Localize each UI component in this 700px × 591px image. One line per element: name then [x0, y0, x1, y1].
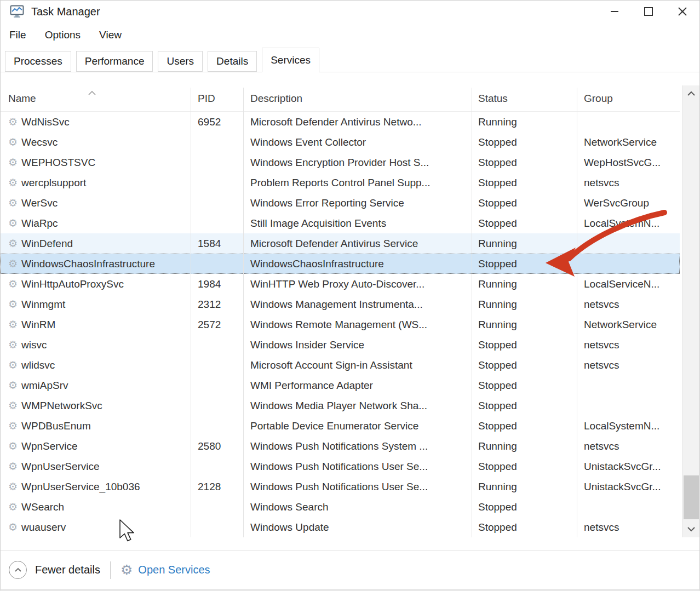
service-row[interactable]: ⚙wercplsupportProblem Reports Control Pa… [1, 173, 680, 193]
service-row[interactable]: ⚙wmiApSrvWMI Performance AdapterStopped [1, 375, 680, 395]
service-gear-icon: ⚙ [8, 461, 18, 472]
service-group-cell: WerSvcGroup [577, 197, 680, 209]
menu-file[interactable]: File [7, 28, 28, 42]
service-name-label: WEPHOSTSVC [21, 157, 95, 169]
service-row[interactable]: ⚙WinHttpAutoProxySvc1984WinHTTP Web Prox… [1, 274, 680, 294]
service-row[interactable]: ⚙WPDBusEnumPortable Device Enumerator Se… [1, 416, 680, 436]
service-row[interactable]: ⚙WpnService2580Windows Push Notification… [1, 436, 680, 456]
services-panel: Name PID Description Status Group ⚙WdNis… [1, 72, 699, 589]
service-name-cell: ⚙WpnUserService_10b036 [1, 481, 191, 493]
service-group-cell: netsvcs [577, 339, 680, 351]
service-description-cell: WinHTTP Web Proxy Auto-Discover... [243, 278, 472, 290]
service-row[interactable]: ⚙WpnUserServiceWindows Push Notification… [1, 456, 680, 477]
service-row[interactable]: ⚙WMPNetworkSvcWindows Media Player Netwo… [1, 395, 680, 416]
menu-options[interactable]: Options [43, 28, 83, 42]
service-description-cell: WMI Performance Adapter [243, 380, 472, 392]
column-divider[interactable] [191, 88, 191, 537]
service-gear-icon: ⚙ [8, 319, 18, 330]
service-name-label: WinDefend [21, 238, 73, 250]
service-name-label: WiaRpc [21, 217, 58, 229]
minimize-button[interactable] [598, 1, 632, 22]
window-title: Task Manager [31, 5, 100, 18]
service-gear-icon: ⚙ [8, 340, 18, 350]
service-status-cell: Stopped [472, 420, 577, 432]
service-name-label: WMPNetworkSvc [21, 400, 102, 412]
service-group-cell: NetworkService [577, 136, 680, 148]
service-row[interactable]: ⚙WerSvcWindows Error Reporting ServiceSt… [1, 193, 680, 213]
service-row[interactable]: ⚙Winmgmt2312Windows Management Instrumen… [1, 294, 680, 314]
service-row[interactable]: ⚙WecsvcWindows Event CollectorStoppedNet… [1, 132, 680, 152]
service-name-cell: ⚙wuauserv [1, 521, 191, 533]
service-gear-icon: ⚙ [8, 400, 18, 411]
column-header-description[interactable]: Description [243, 85, 472, 111]
service-description-cell: Portable Device Enumerator Service [243, 420, 472, 432]
service-row[interactable]: ⚙WiaRpcStill Image Acquisition EventsSto… [1, 213, 680, 233]
service-row[interactable]: ⚙WpnUserService_10b0362128Windows Push N… [1, 477, 680, 497]
service-name-label: WpnUserService [21, 461, 100, 473]
column-divider[interactable] [243, 88, 244, 537]
service-name-label: WPDBusEnum [21, 420, 91, 432]
column-header-group[interactable]: Group [577, 85, 680, 111]
column-header-pid[interactable]: PID [191, 85, 243, 111]
close-button[interactable] [665, 1, 699, 22]
service-group-cell: UnistackSvcGr... [577, 481, 680, 493]
column-divider[interactable] [472, 88, 472, 537]
service-status-cell: Running [472, 116, 577, 128]
maximize-button[interactable] [632, 1, 665, 22]
service-gear-icon: ⚙ [8, 259, 18, 269]
window-controls [598, 1, 699, 22]
service-status-cell: Stopped [472, 501, 577, 513]
open-services-link[interactable]: ⚙ Open Services [121, 563, 210, 577]
service-row[interactable]: ⚙WEPHOSTSVCWindows Encryption Provider H… [1, 152, 680, 173]
service-pid-cell: 6952 [191, 116, 243, 128]
scrollbar-down-button[interactable] [682, 521, 700, 537]
titlebar: Task Manager [1, 1, 699, 22]
services-table-header: Name PID Description Status Group [1, 85, 680, 112]
fewer-details-button[interactable]: Fewer details [9, 561, 100, 579]
service-description-cell: Microsoft Defender Antivirus Netwo... [243, 116, 472, 128]
service-name-label: wlidsvc [21, 359, 55, 371]
service-description-cell: Windows Encryption Provider Host S... [243, 157, 472, 169]
service-row[interactable]: ⚙wisvcWindows Insider ServiceStoppednets… [1, 335, 680, 355]
fewer-details-label: Fewer details [35, 564, 100, 576]
service-name-label: wisvc [21, 339, 47, 351]
service-description-cell: Windows Error Reporting Service [243, 197, 472, 209]
service-group-cell: UnistackSvcGr... [577, 461, 680, 473]
service-row[interactable]: ⚙wuauservWindows UpdateStoppednetsvcs [1, 517, 680, 537]
vertical-scrollbar[interactable] [682, 85, 699, 537]
menu-view[interactable]: View [97, 28, 124, 42]
tab-details[interactable]: Details [208, 51, 257, 72]
service-name-label: wercplsupport [21, 177, 86, 189]
service-row[interactable]: ⚙WindowsChaosInfrastructureWindowsChaosI… [1, 254, 680, 274]
service-status-cell: Stopped [472, 380, 577, 392]
service-description-cell: Windows Insider Service [243, 339, 472, 351]
scrollbar-thumb[interactable] [684, 475, 699, 519]
service-status-cell: Stopped [472, 217, 577, 229]
footer-divider [110, 561, 111, 579]
service-description-cell: Windows Push Notifications User Se... [243, 481, 472, 493]
service-gear-icon: ⚙ [8, 360, 18, 370]
service-pid-cell: 2580 [191, 440, 243, 452]
task-manager-window: Task Manager File Options View Processes… [0, 0, 700, 591]
open-services-label: Open Services [138, 564, 210, 576]
service-group-cell: LocalSystemN... [577, 217, 680, 229]
service-gear-icon: ⚙ [8, 177, 18, 188]
tab-users[interactable]: Users [158, 51, 203, 72]
service-row[interactable]: ⚙WSearchWindows SearchStopped [1, 497, 680, 517]
service-row[interactable]: ⚙WinDefend1584Microsoft Defender Antivir… [1, 233, 680, 254]
sort-ascending-icon [88, 86, 96, 98]
tab-processes[interactable]: Processes [5, 51, 71, 72]
service-group-cell: netsvcs [577, 359, 680, 371]
column-header-status[interactable]: Status [472, 85, 577, 111]
service-status-cell: Stopped [472, 258, 577, 270]
service-row[interactable]: ⚙WdNisSvc6952Microsoft Defender Antiviru… [1, 112, 680, 132]
maximize-icon [644, 7, 653, 16]
tab-services[interactable]: Services [262, 48, 319, 72]
service-row[interactable]: ⚙WinRM2572Windows Remote Management (WS.… [1, 314, 680, 335]
service-group-cell: LocalServiceN... [577, 278, 680, 290]
scrollbar-up-button[interactable] [682, 85, 700, 102]
column-header-name[interactable]: Name [1, 85, 191, 111]
column-divider[interactable] [577, 88, 577, 537]
service-row[interactable]: ⚙wlidsvcMicrosoft Account Sign-in Assist… [1, 355, 680, 375]
tab-performance[interactable]: Performance [76, 51, 153, 72]
